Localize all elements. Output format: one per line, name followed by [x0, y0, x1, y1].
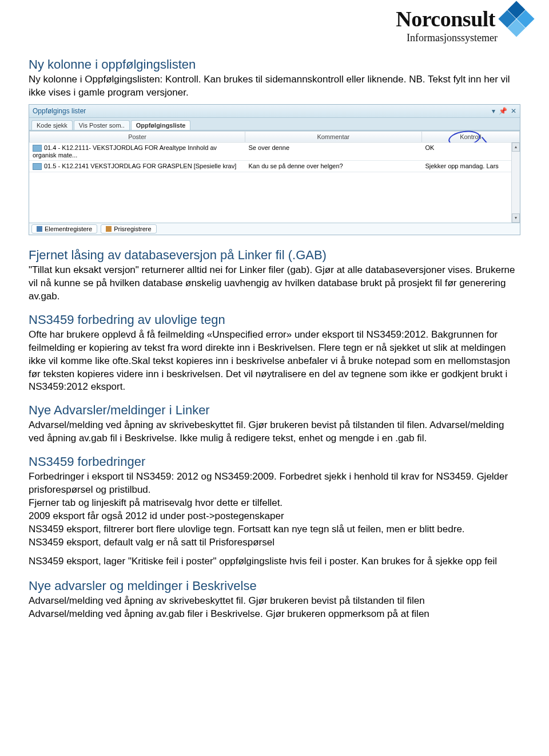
bottom-tab-elementregistere[interactable]: Elementregistere: [31, 224, 97, 233]
section-heading: Nye Advarsler/meldinger i Linker: [29, 403, 520, 418]
section-heading: NS3459 forbedringer: [29, 454, 520, 469]
scroll-down-icon[interactable]: ▾: [512, 213, 520, 223]
coin-icon: [106, 226, 112, 232]
close-icon[interactable]: ✕: [511, 107, 516, 115]
row-icon: [33, 145, 42, 152]
vertical-scrollbar[interactable]: ▴ ▾: [511, 143, 520, 223]
section-body: NS3459 eksport, filtrerer bort flere ulo…: [29, 523, 520, 536]
brand-logo: Norconsult Informasjonssystemer: [396, 3, 532, 44]
section-heading: Ny kolonne i oppfølgingslisten: [29, 57, 520, 72]
section-body: NS3459 eksport, default valg er nå satt …: [29, 536, 520, 549]
tab-bar: Kode sjekk Vis Poster som.. Oppfølgingsl…: [29, 118, 520, 130]
window-title: Oppfølgings lister: [33, 107, 86, 115]
section-body: Forbedringer i eksport til NS3459: 2012 …: [29, 470, 520, 497]
dropdown-icon[interactable]: ▾: [492, 107, 495, 115]
section-body: Fjerner tab og linjeskift på matrisevalg…: [29, 497, 520, 510]
section-body: "Tillat kun eksakt versjon" returnerer a…: [29, 264, 520, 303]
col-kommentar[interactable]: Kommentar: [245, 131, 422, 142]
section-body: Ny kolonne i Oppfølgingslisten: Kontroll…: [29, 73, 520, 100]
col-kontroll[interactable]: Kontroll: [421, 131, 519, 142]
section-body: Advarsel/melding ved åpning av skrivebes…: [29, 595, 520, 608]
col-poster[interactable]: Poster: [30, 131, 245, 142]
tab-oppfolgingsliste[interactable]: Oppfølgingsliste: [131, 120, 191, 130]
followup-window: Oppfølgings lister ▾ 📌 ✕ Kode sjekk Vis …: [29, 104, 520, 235]
tab-vis-poster[interactable]: Vis Poster som..: [74, 120, 130, 130]
section-heading: Fjernet låsing av databaseversjon på Lin…: [29, 248, 520, 263]
section-body: 2009 eksport får også 2012 id under post…: [29, 510, 520, 523]
section-body: Advarsel/melding ved åpning av skrivebes…: [29, 419, 520, 445]
bottom-tab-bar: Elementregistere Prisregistrere: [29, 223, 520, 235]
data-grid: Poster Kommentar Kontroll 01.4 - K12.211…: [29, 130, 520, 223]
table-row[interactable]: 01.5 - K12.2141 VEKSTJORDLAG FOR GRASPLE…: [29, 160, 520, 172]
section-heading: NS3459 forbedring av ulovlige tegn: [29, 312, 520, 327]
section-body: Advarsel/melding ved åpning av.gab filer…: [29, 608, 520, 621]
brand-diamond-icon: [501, 3, 532, 34]
cube-icon: [37, 226, 42, 232]
tab-kode-sjekk[interactable]: Kode sjekk: [31, 120, 73, 130]
scroll-up-icon[interactable]: ▴: [512, 143, 520, 152]
pin-icon[interactable]: 📌: [499, 107, 507, 115]
bottom-tab-prisregistrere[interactable]: Prisregistrere: [101, 224, 156, 233]
section-heading: Nye advarsler og meldinger i Beskrivelse: [29, 579, 520, 593]
brand-name: Norconsult: [396, 6, 495, 31]
section-body: Ofte har brukere opplevd å få feilmeldin…: [29, 328, 520, 394]
window-titlebar: Oppfølgings lister ▾ 📌 ✕: [29, 105, 520, 118]
table-row[interactable]: 01.4 - K12.2111- VEKSTJORDLAG FOR Arealt…: [29, 143, 520, 161]
row-icon: [33, 163, 42, 170]
section-body: NS3459 eksport, lager "Kritiske feil i p…: [29, 555, 520, 568]
